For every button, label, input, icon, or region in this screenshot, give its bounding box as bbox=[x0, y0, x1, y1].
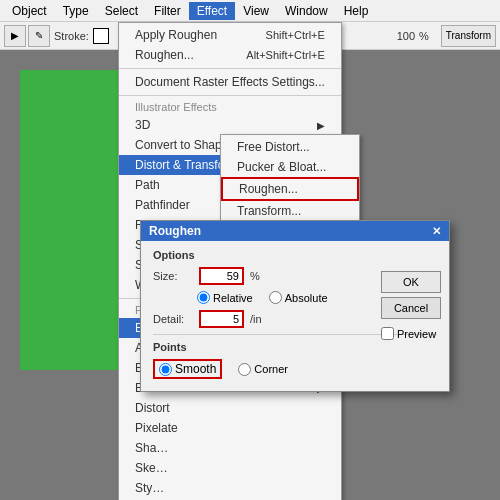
toolbar-btn-1[interactable]: ▶ bbox=[4, 25, 26, 47]
zoom-unit: % bbox=[419, 30, 429, 42]
detail-unit: /in bbox=[250, 313, 262, 325]
submenu-roughen[interactable]: Roughen... bbox=[221, 177, 359, 201]
options-section-title: Options bbox=[153, 249, 437, 261]
stroke-label: Stroke: bbox=[54, 30, 89, 42]
menu-item-object[interactable]: Object bbox=[4, 2, 55, 20]
preview-label: Preview bbox=[397, 328, 436, 340]
menu-item-view[interactable]: View bbox=[235, 2, 277, 20]
points-label: Points bbox=[153, 341, 437, 353]
dialog-title: Roughen bbox=[149, 224, 201, 238]
menu-item-select[interactable]: Select bbox=[97, 2, 146, 20]
effect-pixelate[interactable]: Pixelate bbox=[119, 418, 341, 438]
size-input[interactable] bbox=[199, 267, 244, 285]
points-group: Smooth Corner bbox=[153, 359, 437, 379]
sep-1 bbox=[119, 68, 341, 69]
submenu-free-distort[interactable]: Free Distort... bbox=[221, 137, 359, 157]
detail-input[interactable] bbox=[199, 310, 244, 328]
menu-item-window[interactable]: Window bbox=[277, 2, 336, 20]
effect-sharpen[interactable]: Sha… bbox=[119, 438, 341, 458]
absolute-radio[interactable] bbox=[269, 291, 282, 304]
points-section: Points Smooth Corner bbox=[153, 334, 437, 379]
dialog-close-icon[interactable]: ✕ bbox=[432, 225, 441, 238]
effect-apply-roughen[interactable]: Apply Roughen Shift+Ctrl+E bbox=[119, 25, 341, 45]
relative-option[interactable]: Relative bbox=[197, 291, 253, 304]
app-window: Object Type Select Filter Effect View Wi… bbox=[0, 0, 500, 500]
toolbar-btn-2[interactable]: ✎ bbox=[28, 25, 50, 47]
effect-stylize2[interactable]: Sty… bbox=[119, 478, 341, 498]
menu-item-effect[interactable]: Effect bbox=[189, 2, 235, 20]
smooth-label: Smooth bbox=[175, 362, 216, 376]
submenu-transform[interactable]: Transform... bbox=[221, 201, 359, 221]
dialog-body: OK Cancel Preview Options Size: % Relati… bbox=[141, 241, 449, 391]
dialog-titlebar: Roughen ✕ bbox=[141, 221, 449, 241]
preview-checkbox[interactable] bbox=[381, 327, 394, 340]
absolute-option[interactable]: Absolute bbox=[269, 291, 328, 304]
absolute-label: Absolute bbox=[285, 292, 328, 304]
menu-item-help[interactable]: Help bbox=[336, 2, 377, 20]
smooth-option[interactable]: Smooth bbox=[153, 359, 222, 379]
corner-radio[interactable] bbox=[238, 363, 251, 376]
ok-button[interactable]: OK bbox=[381, 271, 441, 293]
illustrator-effects-header: Illustrator Effects bbox=[119, 99, 341, 115]
sep-2 bbox=[119, 95, 341, 96]
size-label: Size: bbox=[153, 270, 193, 282]
smooth-radio[interactable] bbox=[159, 363, 172, 376]
effect-document-raster[interactable]: Document Raster Effects Settings... bbox=[119, 72, 341, 92]
zoom-value: 100 bbox=[397, 30, 415, 42]
transform-btn[interactable]: Transform bbox=[441, 25, 496, 47]
detail-label: Detail: bbox=[153, 313, 193, 325]
cancel-button[interactable]: Cancel bbox=[381, 297, 441, 319]
effect-3d[interactable]: 3D▶ bbox=[119, 115, 341, 135]
menu-item-filter[interactable]: Filter bbox=[146, 2, 189, 20]
effect-roughen[interactable]: Roughen... Alt+Shift+Ctrl+E bbox=[119, 45, 341, 65]
toolbar-left: ▶ ✎ bbox=[4, 25, 50, 47]
roughen-dialog: Roughen ✕ OK Cancel Preview Options Size… bbox=[140, 220, 450, 392]
size-unit: % bbox=[250, 270, 260, 282]
stroke-color[interactable] bbox=[93, 28, 109, 44]
dialog-buttons: OK Cancel Preview bbox=[381, 271, 441, 340]
menu-item-type[interactable]: Type bbox=[55, 2, 97, 20]
menu-bar: Object Type Select Filter Effect View Wi… bbox=[0, 0, 500, 22]
effect-sketch[interactable]: Ske… bbox=[119, 458, 341, 478]
relative-label: Relative bbox=[213, 292, 253, 304]
relative-radio[interactable] bbox=[197, 291, 210, 304]
corner-option[interactable]: Corner bbox=[238, 363, 288, 376]
preview-option[interactable]: Preview bbox=[381, 327, 441, 340]
submenu-pucker-bloat[interactable]: Pucker & Bloat... bbox=[221, 157, 359, 177]
corner-label: Corner bbox=[254, 363, 288, 375]
effect-distort[interactable]: Distort bbox=[119, 398, 341, 418]
